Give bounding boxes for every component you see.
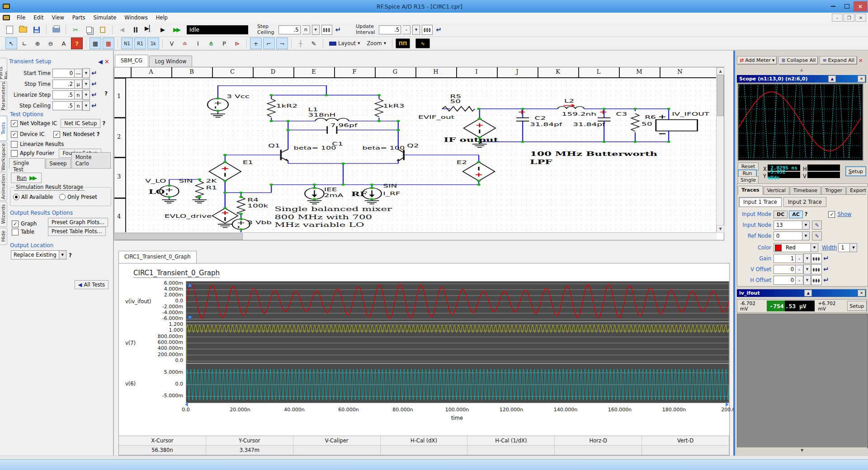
scope-collapse-icon[interactable]: ▲ — [828, 75, 836, 82]
plot-area-2[interactable] — [186, 363, 729, 403]
part-values-toggle-button[interactable]: 1k — [147, 38, 159, 49]
unit-dropdown[interactable]: ▼ — [82, 90, 90, 100]
scope-title-bar[interactable]: Scope (n1:13,0) (n2:6,0) ▲ ✕ — [737, 75, 866, 83]
sidebar-tab-parts-bin[interactable]: Parts Bin — [0, 58, 7, 80]
output-location-dropdown[interactable]: Replace Existing▼ — [11, 250, 66, 259]
select-tool-button[interactable]: ↖ — [5, 38, 17, 49]
transistor-tool-button[interactable]: ⋔ — [205, 38, 217, 49]
linearize-results-checkbox[interactable] — [11, 141, 18, 148]
fast-run-button[interactable]: ▶▶ — [170, 24, 182, 36]
x-cursor-right-arrow[interactable] — [726, 402, 729, 407]
input-node-dropdown[interactable]: 13▼ — [774, 221, 810, 230]
oscilloscope-button[interactable]: ∿ — [415, 38, 430, 48]
schematic-vertical-scrollbar[interactable]: ▲ ▼ — [716, 67, 724, 233]
update-interval-spinner[interactable]: ▲▲▲▼▼▼ — [422, 25, 433, 35]
tab-single-test[interactable]: Single Test — [9, 158, 45, 169]
panel-scroll-down[interactable]: ▼ — [737, 447, 867, 453]
apply-icon[interactable]: ↵ — [91, 80, 97, 88]
show-trace-checkbox[interactable]: ✓ — [828, 211, 835, 218]
graph-checkbox[interactable]: ✓ — [12, 221, 19, 227]
sidebar-tab-hide[interactable]: Hide — [0, 228, 7, 245]
sidebar-tab-animation[interactable]: Animation — [0, 173, 7, 201]
scope-single-button[interactable]: Single — [738, 176, 759, 184]
preset-graph-plots-button[interactable]: Preset Graph Plots... — [48, 218, 108, 227]
node-numbers-toggle-button[interactable]: N1 — [121, 38, 133, 49]
current-probe-tool-button[interactable]: I — [192, 38, 204, 49]
scope-tab-traces[interactable]: Traces — [738, 186, 763, 195]
step-ceiling-input[interactable]: .5 — [278, 25, 301, 34]
input-node-probe-icon[interactable]: ✎ — [812, 221, 822, 230]
apply-icon[interactable]: ↵ — [91, 69, 97, 77]
step-ceiling-apply-icon[interactable]: ↵ — [335, 26, 341, 34]
zoom-in-tool-button[interactable]: ⊕ — [32, 38, 43, 49]
all-tests-button[interactable]: ◀ All Tests — [75, 280, 108, 289]
mdi-restore-button[interactable]: ❐ — [844, 14, 854, 22]
panel-collapse-handle[interactable]: ▲ — [737, 67, 866, 72]
v-offset-input[interactable]: 0 — [774, 265, 796, 274]
meters-close-icon[interactable]: ✕ — [859, 57, 863, 64]
logic-analyzer-button[interactable]: ΠΠ — [396, 38, 410, 48]
sidebar-tab-wizards[interactable]: Wizards — [0, 202, 7, 227]
help-tool-button[interactable]: ? — [71, 38, 83, 49]
minimize-button[interactable] — [826, 1, 840, 11]
schematic-tab-sbm_cg[interactable]: SBM_CG — [115, 55, 148, 67]
panel-back-icon[interactable]: ◀ — [98, 58, 103, 65]
save-button[interactable] — [31, 24, 42, 36]
net-ic-setup-button[interactable]: Net IC Setup — [61, 119, 100, 128]
expand-all-button[interactable]: ≡ Expand All — [820, 56, 857, 65]
meter-close-icon[interactable]: ✕ — [858, 290, 865, 296]
apply-fourier-checkbox[interactable] — [11, 150, 18, 157]
unit-dropdown[interactable]: ▼ — [82, 79, 90, 89]
plot-area-1[interactable] — [186, 322, 729, 363]
snap-toggle-button[interactable]: ▦ — [103, 38, 114, 49]
grid-toggle-button[interactable]: ▦ — [90, 38, 101, 49]
scope-tab-trigger[interactable]: Trigger — [821, 186, 846, 194]
meter-setup-button[interactable]: Setup — [847, 301, 867, 311]
transient-help-icon[interactable]: ? — [104, 90, 108, 97]
battery-tool-button[interactable]: ≐ — [179, 38, 191, 49]
trace-width-dropdown[interactable]: 1▼ — [838, 243, 857, 252]
v-offset-spinner[interactable]: ▲▲▲▼▼▼ — [811, 264, 822, 274]
update-interval-input[interactable]: .5 — [379, 25, 401, 34]
open-file-button[interactable] — [17, 24, 29, 36]
dashed-wire-toggle-button[interactable]: ┼ — [295, 38, 307, 49]
scope-setup-button[interactable]: Setup — [845, 166, 866, 176]
new-file-button[interactable] — [4, 24, 15, 36]
corner-route-toggle-button[interactable]: ⌐ — [263, 38, 275, 49]
voltage-probe-tool-button[interactable]: V — [166, 38, 178, 49]
scope-tab-export[interactable]: Export — [846, 186, 868, 194]
gain-input[interactable]: 1 — [774, 254, 796, 263]
table-checkbox[interactable] — [12, 229, 19, 235]
meter-collapse-icon[interactable]: ▲ — [804, 290, 812, 296]
part-names-toggle-button[interactable]: R1 — [134, 38, 146, 49]
radio-all-available[interactable] — [13, 194, 19, 200]
trace-color-dropdown[interactable]: Red▼ — [774, 243, 818, 252]
step-simulation-button[interactable]: ▶▏… — [143, 24, 155, 36]
update-interval-unit-dropdown[interactable]: ▼ — [412, 25, 420, 35]
menu-view[interactable]: View — [48, 13, 68, 22]
menu-parts[interactable]: Parts — [68, 13, 90, 22]
zoom-out-tool-button[interactable]: ⊖ — [45, 38, 57, 49]
unit-dropdown[interactable]: ▼ — [82, 101, 90, 111]
undo-button[interactable]: ◀ — [116, 24, 128, 36]
menu-windows[interactable]: Windows — [120, 13, 151, 22]
net-ic-help-icon[interactable]: ? — [102, 120, 105, 127]
mdi-close-button[interactable]: ✕ — [855, 14, 866, 22]
schematic-tab-log-window[interactable]: Log Window — [149, 56, 193, 67]
scope-tab-vertical[interactable]: Vertical — [764, 186, 789, 194]
collapse-all-button[interactable]: ≣ Collapse All — [778, 56, 818, 65]
button-input-1-trace[interactable]: Input 1 Trace — [739, 197, 782, 207]
run-test-button[interactable]: Run ▶▶ — [11, 173, 42, 183]
gain-spinner[interactable]: ▲▲▲▼▼▼ — [811, 254, 822, 263]
radio-only-preset[interactable] — [59, 194, 66, 200]
update-interval-apply-icon[interactable]: ↵ — [436, 26, 442, 34]
menu-simulate[interactable]: Simulate — [90, 13, 121, 22]
v-offset-apply-icon[interactable]: ↵ — [823, 265, 829, 273]
panel-close-icon[interactable]: ✕ — [104, 58, 109, 65]
ref-node-dropdown[interactable]: 0▼ — [774, 231, 810, 240]
scope-close-icon[interactable]: ✕ — [858, 75, 865, 82]
layout-menu-button[interactable]: Layout▼ — [326, 39, 363, 47]
start-time-input[interactable]: 0 — [52, 69, 75, 78]
diode-tool-button[interactable]: ⊳ — [231, 38, 243, 49]
mdi-minimize-button[interactable]: – — [832, 14, 843, 22]
